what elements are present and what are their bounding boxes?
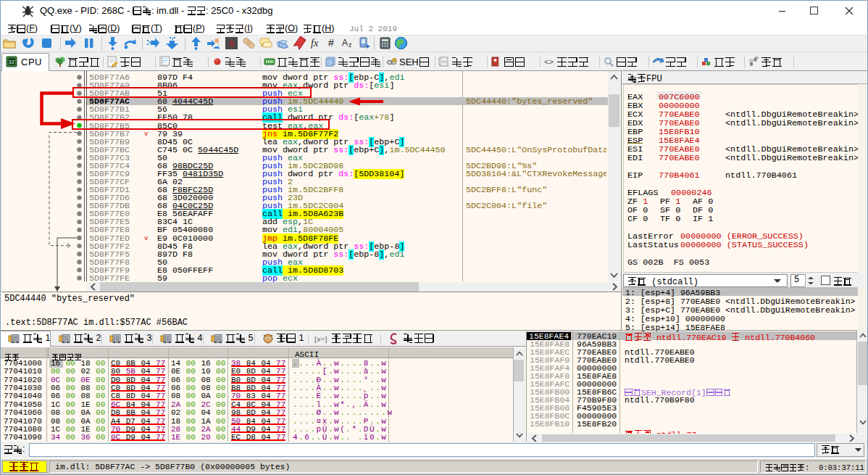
svg-text:S: S (229, 38, 234, 49)
svg-text:<>: <> (544, 58, 554, 67)
svg-text:fx: fx (311, 38, 319, 49)
svg-text:#: # (328, 37, 334, 49)
svg-text:z: z (349, 41, 352, 49)
svg-text:<>: <> (441, 59, 447, 64)
svg-text:!: ! (394, 59, 395, 62)
svg-text:A: A (342, 38, 348, 48)
